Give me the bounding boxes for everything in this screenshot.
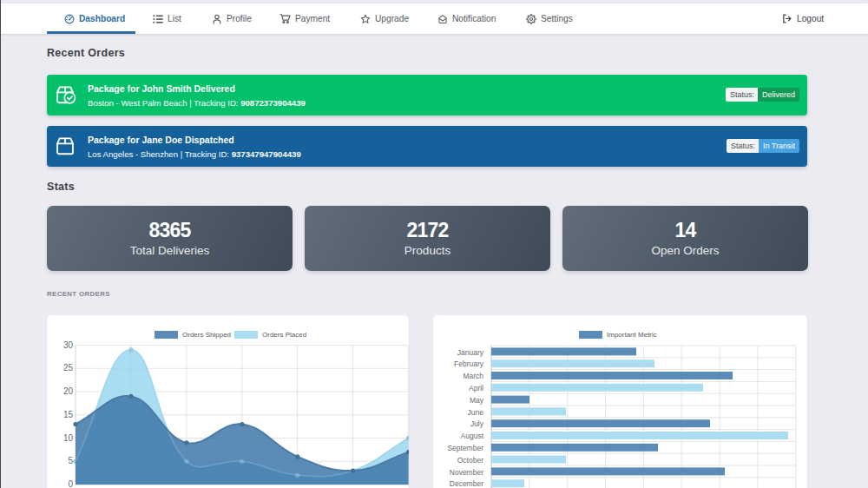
svg-text:0: 0 (68, 479, 73, 488)
svg-text:February: February (454, 359, 484, 368)
svg-text:January: January (457, 348, 484, 357)
svg-text:15: 15 (63, 410, 74, 419)
svg-text:April: April (469, 384, 483, 392)
svg-text:10: 10 (63, 433, 74, 443)
svg-text:March: March (463, 372, 483, 380)
svg-text:September: September (447, 444, 483, 452)
svg-text:November: November (450, 468, 483, 477)
svg-text:May: May (470, 396, 484, 405)
svg-text:30: 30 (63, 340, 74, 350)
svg-text:5: 5 (68, 456, 73, 465)
svg-text:December: December (450, 479, 483, 488)
svg-text:25: 25 (63, 363, 74, 373)
svg-text:June: June (468, 408, 484, 417)
svg-text:August: August (461, 432, 484, 440)
svg-text:October: October (457, 456, 483, 465)
svg-text:20: 20 (63, 386, 74, 396)
svg-text:July: July (470, 419, 484, 428)
